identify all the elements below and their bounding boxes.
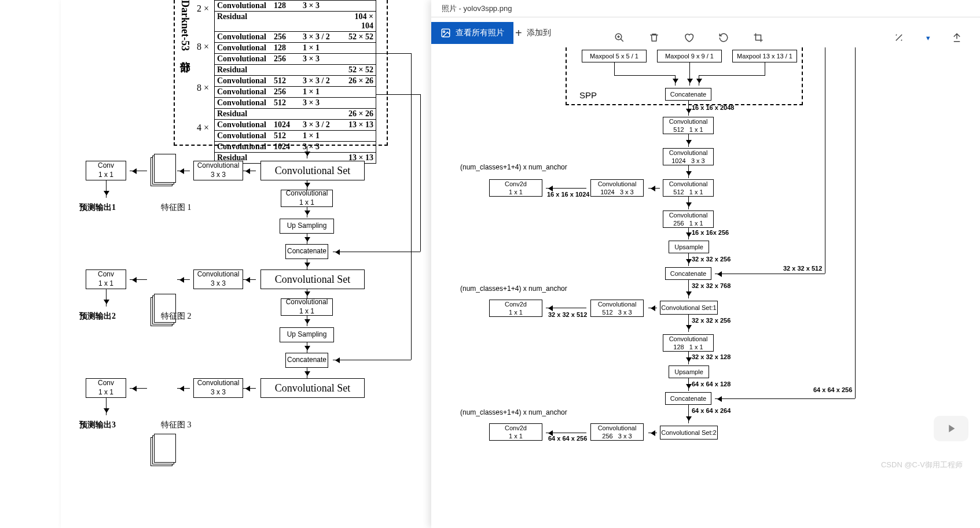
conv-256-3-out3: Convolutional 256 3 x 3 [590, 423, 644, 441]
arrow [307, 146, 307, 158]
chevron-down-icon[interactable]: ▾ [922, 32, 934, 43]
arrow [688, 315, 689, 332]
conv-128-1: Convolutional 128 1 x 1 [663, 334, 714, 352]
arrow [715, 274, 825, 274]
dim-32x256: 32 x 32 x 256 [692, 256, 731, 263]
arrow [648, 433, 657, 433]
arrow [420, 94, 421, 252]
arrow [130, 388, 147, 389]
maxpool-9: Maxpool 9 x 9 / 1 [657, 50, 722, 62]
mult-8x-2: 8 × [197, 83, 209, 93]
concat-2: Concatenate [285, 353, 328, 368]
window-title-bar[interactable]: 照片 - yolov3spp.png [431, 0, 980, 17]
conv-512-1b: Convolutional 512 1 x 1 [663, 179, 714, 197]
rotate-icon[interactable] [718, 32, 729, 43]
arrow [177, 279, 190, 280]
svg-line-3 [621, 39, 623, 42]
arrow [689, 62, 690, 86]
dim-64x256-in: 64 x 64 x 256 [813, 386, 852, 393]
crop-icon[interactable] [753, 32, 764, 43]
concat-spp: Concatenate [665, 88, 711, 101]
dim-16x2048: 16 x 16 x 2048 [692, 104, 734, 111]
conv1x1-3: Conv1 x 1 [86, 378, 126, 398]
dim-32x256b: 32 x 32 x 256 [692, 317, 731, 324]
dim-32x128: 32 x 32 x 128 [692, 353, 731, 360]
maxpool-5: Maxpool 5 x 5 / 1 [582, 50, 647, 62]
edit-icon[interactable] [893, 32, 905, 43]
featmap-1-label: 特征图 1 [161, 202, 192, 213]
dim-16x1024: 16 x 16 x 1024 [547, 191, 589, 198]
conv1x1-2: Conv1 x 1 [86, 269, 126, 289]
arrow [688, 280, 689, 298]
arrow [130, 279, 147, 280]
arrow [307, 180, 307, 190]
arrow [106, 398, 107, 415]
conv-1024-3-out1: Convolutional 1024 3 x 3 [590, 179, 644, 197]
concat-r2: Concatenate [665, 392, 711, 405]
dim-32x512-in: 32 x 32 x 512 [783, 265, 822, 272]
arrow [614, 75, 675, 76]
conv-512-3-out2: Convolutional 512 3 x 3 [590, 300, 644, 317]
svg-point-1 [443, 31, 445, 32]
convset-r2: Convolutional Set:2 [660, 426, 718, 440]
arrow [688, 253, 689, 266]
arrow [688, 101, 689, 116]
arrow [243, 388, 256, 389]
conv-256-1: Convolutional 256 1 x 1 [663, 211, 714, 228]
zoom-icon[interactable] [614, 32, 625, 43]
featmap-1 [151, 154, 175, 185]
dim-32x768: 32 x 32 x 768 [692, 282, 731, 289]
photos-window: 照片 - yolov3spp.png 查看所有照片 + 添加到 ▾ SPP Ma… [431, 0, 980, 528]
dim-32x512: 32 x 32 x 512 [548, 311, 587, 318]
arrow [688, 378, 689, 391]
add-to-button[interactable]: + 添加到 [515, 22, 551, 44]
video-overlay[interactable] [934, 416, 968, 441]
arrow [688, 228, 689, 239]
conv2d-1: Conv2d 1 x 1 [489, 179, 542, 197]
delete-icon[interactable] [648, 32, 660, 43]
conv-1024-3: Convolutional 1024 3 x 3 [663, 148, 714, 165]
convset-2: Convolutional Set [260, 269, 365, 289]
arrow [855, 47, 856, 398]
out-1: 预测输出1 [79, 202, 116, 213]
dim-16x256: 16 x 16x 256 [692, 229, 729, 236]
arrow [307, 316, 307, 326]
mult-8x-1: 8 × [197, 42, 209, 52]
spp-label: SPP [579, 90, 597, 100]
mult-4x: 4 × [197, 123, 209, 133]
conv3x3-1: Convolutional3 x 3 [193, 161, 243, 180]
arrow [376, 94, 420, 95]
view-all-photos-button[interactable]: 查看所有照片 [431, 22, 513, 44]
plus-icon: + [515, 27, 522, 40]
conv3x3-2: Convolutional3 x 3 [193, 269, 243, 289]
arrow [688, 134, 689, 147]
anchor-3: (num_classes+1+4) x num_anchor [460, 408, 567, 416]
dim-64x264: 64 x 64 x 264 [692, 407, 731, 414]
arrow [106, 180, 107, 198]
arrow [688, 197, 689, 209]
arrow [177, 171, 190, 171]
heart-icon[interactable] [683, 32, 695, 43]
arrow [307, 207, 307, 217]
share-icon[interactable] [951, 32, 963, 43]
arrow [546, 433, 586, 433]
view-all-label: 查看所有照片 [456, 28, 504, 38]
arrow [648, 188, 660, 189]
arrow [699, 75, 765, 76]
out-2: 预测输出2 [79, 311, 116, 322]
arrow [648, 308, 657, 308]
dim-64x256: 64 x 64 x 256 [548, 435, 587, 442]
conv1x1-1: Conv1 x 1 [86, 161, 126, 180]
conv3x3-3: Convolutional3 x 3 [193, 378, 243, 398]
concat-r1: Concatenate [665, 267, 711, 280]
arrow [376, 53, 411, 54]
arrow [243, 171, 256, 171]
arrow [307, 259, 307, 269]
arrow [699, 75, 699, 86]
conv2d-2: Conv2d 1 x 1 [489, 300, 542, 317]
conv1x1-b2: Convolutional1 x 1 [281, 298, 333, 316]
darknet-label: Darknet-53 部分 [178, 0, 192, 54]
play-icon [945, 422, 957, 435]
upsample-r1: Upsample [669, 241, 709, 253]
arrow [688, 352, 689, 364]
